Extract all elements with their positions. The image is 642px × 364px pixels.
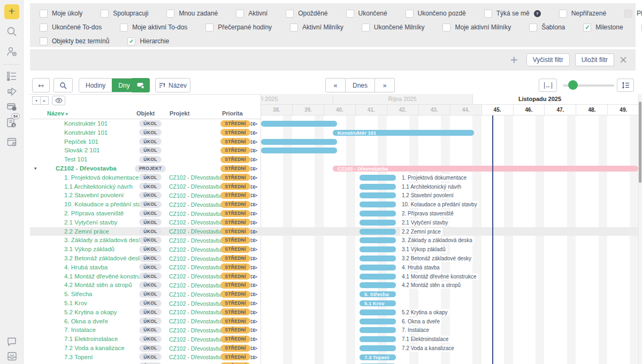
gantt-task-bar[interactable] [360,211,396,216]
task-name-link[interactable]: 5.1 Krov [64,300,87,306]
task-name-link[interactable]: 1. Projektová dokumentace [64,174,139,181]
table-row[interactable]: 5. StřechaÚKOLCZ102 - DřevostavbaSTŘEDNÍ… [30,290,261,299]
filter-checkbox[interactable]: ✓ [127,37,135,45]
project-column-link[interactable]: CZ102 - Dřevostavba [169,336,223,343]
filter-checkbox[interactable] [166,10,174,18]
close-filter-icon[interactable]: × [620,53,627,66]
gantt-task-bar[interactable] [360,345,396,351]
task-list-icon[interactable] [0,71,24,81]
filter-checkbox[interactable] [40,24,48,32]
fast-forward-icon[interactable]: ▷▷ [251,265,256,270]
project-column-link[interactable]: CZ102 - Dřevostavba [169,273,223,280]
task-name-link[interactable]: 5.2 Krytina a okapy [64,309,117,315]
fast-forward-icon[interactable]: ▷▷ [251,291,256,297]
filter-checkbox[interactable] [205,24,213,32]
project-column-link[interactable]: CZ102 - Dřevostavba [169,192,223,199]
task-name-link[interactable]: 6. Okna a dveře [64,318,108,324]
project-column-link[interactable]: CZ102 - Dřevostavba [169,264,223,270]
gantt-task-bar[interactable] [360,202,396,207]
table-row[interactable]: 1.2 Stavební povoleníÚKOLCZ102 - Dřevost… [30,191,261,200]
project-column-link[interactable]: CZ102 - Dřevostavba [169,354,223,360]
project-column-link[interactable]: CZ102 - Dřevostavba [169,219,223,226]
table-row[interactable]: 3.1 Výkop základůÚKOLCZ102 - Dřevostavba… [30,245,261,254]
fast-forward-icon[interactable]: ▷▷ [251,336,256,342]
fast-forward-icon[interactable]: ▷▷ [251,345,256,351]
filter-checkbox[interactable] [120,24,128,32]
filter-checkbox[interactable] [290,24,298,32]
scale-hours-option[interactable]: Hodiny [79,79,112,92]
project-column-link[interactable]: CZ102 - Dřevostavba [169,246,223,253]
table-row[interactable]: 7.2 Voda a kanalizaceÚKOLCZ102 - Dřevost… [30,344,261,353]
project-column-link[interactable]: CZ102 - Dřevostavba [169,174,223,181]
table-row[interactable]: Konstruktér 101ÚKOLSTŘEDNÍ▷▷ [30,128,261,137]
fast-forward-icon[interactable]: ▷▷ [251,184,256,189]
gantt-task-bar[interactable] [360,265,396,270]
task-name-link[interactable]: 4.2 Montáž stěn a stropů [64,282,132,288]
collapse-panel-button[interactable]: ↤ [32,78,50,92]
fit-width-button[interactable]: ↔ [539,79,557,92]
fast-forward-icon[interactable]: ▷▷ [251,220,256,225]
project-column-link[interactable]: CZ102 - Dřevostavba [169,237,223,244]
sort-by-button[interactable]: Název [155,78,190,92]
filter-checkbox[interactable] [559,10,567,18]
filter-checkbox[interactable] [442,24,450,32]
table-row[interactable]: Slovák 2 101ÚKOLSTŘEDNÍ▷▷ [30,146,261,155]
invoices-icon[interactable]: $ 84 [0,117,24,129]
column-header-object[interactable]: Objekt [136,110,155,117]
task-name-link[interactable]: 3.1 Výkop základů [64,246,114,252]
fast-forward-icon[interactable]: ▷▷ [251,166,256,171]
save-filter-button[interactable]: Uložit filtr [575,53,614,66]
project-column-link[interactable]: CZ102 - Dřevostavba [169,183,223,190]
gantt-task-bar[interactable] [360,220,396,226]
fast-forward-icon[interactable]: ▷▷ [251,274,256,279]
task-name-link[interactable]: 2.2 Zemní práce [64,228,109,235]
table-row[interactable]: 10. Kolaudace a předání stavbyÚKOLCZ102 … [30,200,261,209]
fast-forward-icon[interactable]: ▷▷ [251,175,256,180]
gantt-task-bar[interactable] [360,229,396,235]
fast-forward-icon[interactable]: ▷▷ [251,237,256,243]
task-name-link[interactable]: 3. Základy a základová deska [64,237,146,243]
gantt-task-bar[interactable] [360,192,396,198]
fast-forward-icon[interactable]: ▷▷ [251,157,256,162]
project-name-link[interactable]: CZ102 - Dřevostavba [56,165,117,172]
gantt-task-bar[interactable] [360,237,396,243]
fast-forward-icon[interactable]: ▷▷ [251,327,256,332]
table-row[interactable]: 7. InstalaceÚKOLCZ102 - DřevostavbaSTŘED… [30,326,261,335]
table-row[interactable]: 5.1 KrovÚKOLCZ102 - DřevostavbaSTŘEDNÍ▷▷ [30,299,261,308]
fast-forward-icon[interactable]: ▷▷ [251,246,256,252]
task-name-link[interactable]: 2.1 Vytyčení stavby [64,219,117,226]
table-row[interactable]: Konstruktér 101ÚKOLSTŘEDNÍ▷▷ [30,119,261,128]
display-options-button[interactable] [131,78,150,92]
project-column-link[interactable]: CZ102 - Dřevostavba [169,202,223,208]
expand-all-button[interactable]: ▸ [40,96,49,105]
project-column-link[interactable]: CZ102 - Dřevostavba [169,211,223,217]
gantt-task-bar[interactable] [360,255,396,261]
task-name-link[interactable]: Konstruktér 101 [64,120,108,127]
gantt-task-bar[interactable] [360,246,396,252]
fast-forward-icon[interactable]: ▷▷ [251,300,256,306]
table-row[interactable]: Pepíček 101ÚKOLSTŘEDNÍ▷▷ [30,137,261,146]
filter-checkbox[interactable] [346,10,354,18]
fast-forward-icon[interactable]: ▷▷ [251,211,256,216]
table-row[interactable]: ▾CZ102 - DřevostavbaPROJEKTSTŘEDNÍ▷▷ [30,164,261,173]
table-row[interactable]: 1.1 Architektonický návrhÚKOLCZ102 - Dře… [30,182,261,191]
search-tasks-button[interactable] [54,78,73,92]
filter-checkbox[interactable] [101,10,109,18]
filter-checkbox[interactable] [40,10,48,18]
task-name-link[interactable]: 3.2 Betonáž základové desky [64,255,144,261]
task-name-link[interactable]: 1.1 Architektonický návrh [64,183,133,190]
task-name-link[interactable]: 7.2 Voda a kanalizace [64,345,125,351]
task-name-link[interactable]: 7. Instalace [64,327,96,333]
filter-checkbox[interactable] [362,24,370,32]
collapse-all-button[interactable]: ▾ [32,96,41,105]
task-name-link[interactable]: 7.3 Topení [64,354,93,360]
next-period-button[interactable]: » [374,78,395,92]
fast-forward-icon[interactable]: ▷▷ [251,202,256,207]
add-filter-icon[interactable]: + [510,53,518,66]
table-row[interactable]: 2.1 Vytyčení stavbyÚKOLCZ102 - Dřevostav… [30,218,261,227]
task-name-link[interactable]: Konstruktér 101 [64,129,108,136]
table-row[interactable]: 7.3 TopeníÚKOLCZ102 - DřevostavbaSTŘEDNÍ… [30,353,261,362]
gantt-task-bar[interactable] [360,184,396,190]
gantt-task-bar[interactable]: 5. Střecha [360,291,396,297]
fast-forward-icon[interactable]: ▷▷ [251,130,256,135]
